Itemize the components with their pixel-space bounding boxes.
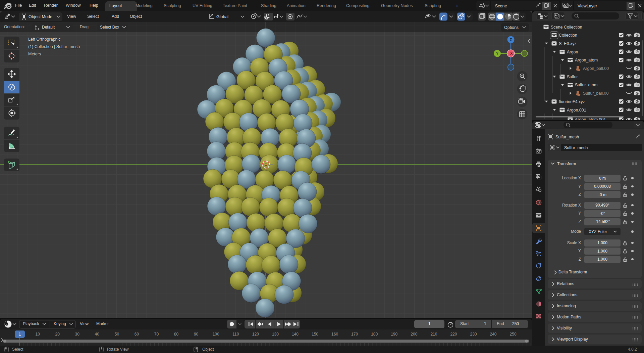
svg-text:Options: Options	[504, 25, 519, 30]
svg-text:Argon: Argon	[567, 50, 578, 54]
svg-text:Transform: Transform	[557, 162, 576, 166]
svg-text:Global: Global	[216, 14, 228, 19]
svg-text:Sulfur_mesh: Sulfur_mesh	[564, 145, 588, 150]
svg-text:Sulfur_atom: Sulfur_atom	[575, 83, 597, 87]
svg-text:Sulfur_ball.00: Sulfur_ball.00	[583, 91, 608, 96]
svg-text:fluorineF4.xyz: fluorineF4.xyz	[559, 99, 585, 104]
svg-text:Argon_ball.00: Argon_ball.00	[583, 66, 609, 71]
svg-text:Z: Z	[510, 38, 512, 42]
svg-text:Sulfur: Sulfur	[567, 75, 578, 79]
svg-text:Y: Y	[496, 51, 498, 55]
svg-text:Scene: Scene	[495, 4, 507, 8]
svg-text:Scene Collection: Scene Collection	[551, 25, 582, 30]
svg-text:Argon_atom.001: Argon_atom.001	[575, 117, 606, 120]
svg-text:Select Box: Select Box	[100, 25, 119, 30]
svg-text:Sulfur_mesh: Sulfur_mesh	[555, 135, 579, 139]
svg-text:S_E3.xyz: S_E3.xyz	[559, 41, 577, 46]
svg-text:Object Mode: Object Mode	[29, 14, 52, 19]
svg-text:Collection: Collection	[559, 33, 577, 38]
svg-text:Argon_atom: Argon_atom	[575, 58, 598, 62]
svg-text:Argon.001: Argon.001	[567, 108, 586, 113]
svg-text:Default: Default	[42, 25, 55, 30]
svg-text:-X: -X	[509, 51, 513, 55]
svg-text:ViewLayer: ViewLayer	[578, 4, 597, 8]
